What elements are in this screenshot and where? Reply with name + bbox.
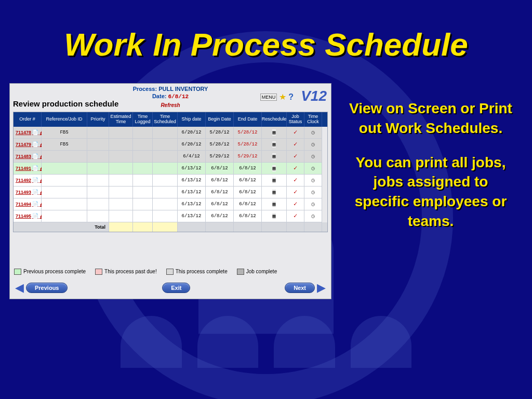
note-icon[interactable]: 📄 xyxy=(32,129,38,135)
status-cell[interactable]: ✓ xyxy=(287,175,304,187)
reschedule-icon[interactable]: ▦ xyxy=(272,201,275,207)
order-cell[interactable]: 711492📄🖨 xyxy=(14,175,42,187)
menu-icon[interactable]: MENU xyxy=(260,94,277,101)
reschedule-cell[interactable]: ▦ xyxy=(262,187,287,198)
order-cell[interactable]: 711483📄🖨 xyxy=(14,151,42,163)
col-priority[interactable]: Priority xyxy=(87,112,109,127)
order-cell[interactable]: 711491📄🖨 xyxy=(14,163,42,175)
reschedule-icon[interactable]: ▦ xyxy=(272,165,275,171)
priority-cell[interactable] xyxy=(87,127,109,139)
col-end-date[interactable]: End Date xyxy=(234,112,262,127)
col-ship-date[interactable]: Ship date xyxy=(178,112,206,127)
reschedule-cell[interactable]: ▦ xyxy=(262,127,287,139)
clock-icon[interactable]: ◷ xyxy=(311,212,315,219)
reschedule-icon[interactable]: ▦ xyxy=(272,129,275,136)
priority-cell[interactable] xyxy=(87,175,109,187)
clock-cell[interactable]: ◷ xyxy=(304,175,322,187)
est-time-cell[interactable] xyxy=(109,151,133,163)
time-scheduled-cell[interactable] xyxy=(153,187,178,198)
exit-button[interactable]: Exit xyxy=(162,283,190,293)
reschedule-cell[interactable]: ▦ xyxy=(262,139,287,151)
col-reference[interactable]: Reference/Job ID xyxy=(42,112,87,127)
note-icon[interactable]: 📄 xyxy=(32,165,38,171)
time-scheduled-cell[interactable] xyxy=(153,151,178,163)
time-scheduled-cell[interactable] xyxy=(153,163,178,175)
note-icon[interactable]: 📄 xyxy=(32,201,38,207)
next-button[interactable]: Next xyxy=(285,283,315,293)
col-time-clock[interactable]: Time Clock xyxy=(304,112,322,127)
est-time-cell[interactable] xyxy=(109,163,133,175)
time-scheduled-cell[interactable] xyxy=(153,210,178,222)
reschedule-icon[interactable]: ▦ xyxy=(272,141,275,148)
col-order[interactable]: Order # xyxy=(14,112,42,127)
clock-cell[interactable]: ◷ xyxy=(304,151,322,163)
reschedule-icon[interactable]: ▦ xyxy=(272,189,275,195)
reschedule-icon[interactable]: ▦ xyxy=(272,213,275,219)
status-cell[interactable]: ✓ xyxy=(287,210,304,222)
priority-cell[interactable] xyxy=(87,198,109,210)
est-time-cell[interactable] xyxy=(109,198,133,210)
clock-cell[interactable]: ◷ xyxy=(304,127,322,139)
previous-button[interactable]: Previous xyxy=(26,283,68,293)
est-time-cell[interactable] xyxy=(109,175,133,187)
status-cell[interactable]: ✓ xyxy=(287,198,304,210)
reschedule-cell[interactable]: ▦ xyxy=(262,151,287,163)
clock-icon[interactable]: ◷ xyxy=(311,129,315,136)
clock-cell[interactable]: ◷ xyxy=(304,210,322,222)
order-cell[interactable]: 711494📄🖨 xyxy=(14,198,42,210)
est-time-cell[interactable] xyxy=(109,187,133,198)
col-est-time[interactable]: Estimated Time xyxy=(109,112,133,127)
reschedule-cell[interactable]: ▦ xyxy=(262,198,287,210)
col-time-scheduled[interactable]: Time Scheduled xyxy=(153,112,178,127)
reschedule-icon[interactable]: ▦ xyxy=(272,177,275,183)
refresh-link[interactable]: Refresh xyxy=(161,102,180,108)
clock-cell[interactable]: ◷ xyxy=(304,198,322,210)
status-cell[interactable]: ✓ xyxy=(287,139,304,151)
priority-cell[interactable] xyxy=(87,139,109,151)
clock-cell[interactable]: ◷ xyxy=(304,187,322,198)
est-time-cell[interactable] xyxy=(109,139,133,151)
order-cell[interactable]: 711478📄🖨 xyxy=(14,127,42,139)
reschedule-icon[interactable]: ▦ xyxy=(272,153,275,159)
clock-cell[interactable]: ◷ xyxy=(304,139,322,151)
reschedule-cell[interactable]: ▦ xyxy=(262,175,287,187)
clock-icon[interactable]: ◷ xyxy=(311,141,315,148)
clock-icon[interactable]: ◷ xyxy=(311,153,315,159)
time-scheduled-cell[interactable] xyxy=(153,127,178,139)
check-icon: ✓ xyxy=(294,212,297,220)
col-begin-date[interactable]: Begin Date xyxy=(206,112,234,127)
reschedule-cell[interactable]: ▦ xyxy=(262,163,287,175)
col-reschedule[interactable]: Reschedule xyxy=(262,112,287,127)
note-icon[interactable]: 📄 xyxy=(32,177,38,183)
clock-icon[interactable]: ◷ xyxy=(311,165,315,171)
order-cell[interactable]: 711479📄🖨 xyxy=(14,139,42,151)
clock-icon[interactable]: ◷ xyxy=(311,189,315,195)
help-icon[interactable]: ? xyxy=(288,92,294,102)
note-icon[interactable]: 📄 xyxy=(32,153,38,159)
time-scheduled-cell[interactable] xyxy=(153,198,178,210)
priority-cell[interactable] xyxy=(87,151,109,163)
note-icon[interactable]: 📄 xyxy=(32,213,38,219)
priority-cell[interactable] xyxy=(87,210,109,222)
note-icon[interactable]: 📄 xyxy=(32,189,38,195)
col-time-logged[interactable]: Time Logged xyxy=(133,112,153,127)
clock-cell[interactable]: ◷ xyxy=(304,163,322,175)
col-job-status[interactable]: Job Status xyxy=(287,112,304,127)
est-time-cell[interactable] xyxy=(109,127,133,139)
time-scheduled-cell[interactable] xyxy=(153,139,178,151)
priority-cell[interactable] xyxy=(87,187,109,198)
clock-icon[interactable]: ◷ xyxy=(311,201,315,207)
status-cell[interactable]: ✓ xyxy=(287,187,304,198)
order-cell[interactable]: 711493📄🖨 xyxy=(14,187,42,198)
status-cell[interactable]: ✓ xyxy=(287,151,304,163)
reschedule-cell[interactable]: ▦ xyxy=(262,210,287,222)
status-cell[interactable]: ✓ xyxy=(287,127,304,139)
status-cell[interactable]: ✓ xyxy=(287,163,304,175)
note-icon[interactable]: 📄 xyxy=(32,141,38,147)
clock-icon[interactable]: ◷ xyxy=(311,177,315,183)
time-scheduled-cell[interactable] xyxy=(153,175,178,187)
order-cell[interactable]: 711495📄🖨 xyxy=(14,210,42,222)
priority-cell[interactable] xyxy=(87,163,109,175)
est-time-cell[interactable] xyxy=(109,210,133,222)
star-icon[interactable]: ★ xyxy=(279,92,286,102)
